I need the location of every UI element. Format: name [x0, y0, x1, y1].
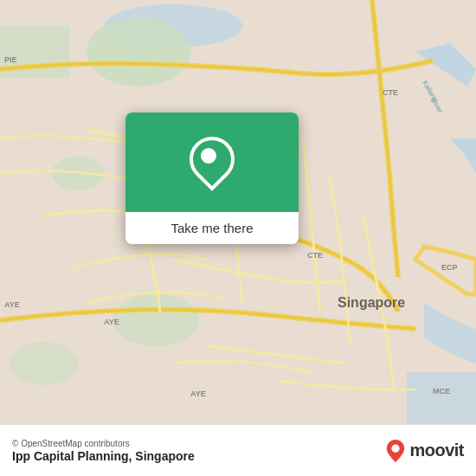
bottom-left-info: © OpenStreetMap contributors Ipp Capital…	[12, 439, 195, 463]
svg-text:CTE: CTE	[383, 88, 398, 97]
svg-text:MCE: MCE	[433, 387, 450, 396]
moovit-pin-icon	[386, 440, 405, 462]
place-name: Ipp Capital Planning, Singapore	[12, 449, 195, 463]
svg-rect-2	[407, 372, 476, 424]
take-me-there-button[interactable]: Take me there	[125, 212, 299, 244]
bottom-bar: © OpenStreetMap contributors Ipp Capital…	[0, 424, 476, 476]
svg-text:CTE: CTE	[307, 251, 323, 260]
svg-text:ECP: ECP	[441, 263, 458, 272]
svg-text:AYE: AYE	[190, 389, 206, 398]
moovit-brand-text: moovit	[409, 441, 464, 460]
svg-text:AYE: AYE	[4, 300, 20, 309]
location-popup: Take me there	[125, 113, 299, 244]
location-pin-icon	[190, 137, 235, 189]
moovit-logo: moovit	[386, 440, 464, 462]
svg-point-7	[9, 342, 78, 385]
svg-text:Singapore: Singapore	[338, 295, 405, 310]
svg-point-3	[87, 17, 190, 87]
osm-credit: © OpenStreetMap contributors	[12, 439, 195, 448]
svg-text:AYE: AYE	[104, 318, 119, 326]
map-container: PIE CTE CTE AYE AYE AYE ECP MCE Singapor…	[0, 0, 476, 424]
svg-point-6	[113, 294, 199, 346]
popup-header	[125, 113, 299, 212]
svg-text:PIE: PIE	[4, 55, 17, 64]
svg-point-19	[392, 444, 400, 452]
